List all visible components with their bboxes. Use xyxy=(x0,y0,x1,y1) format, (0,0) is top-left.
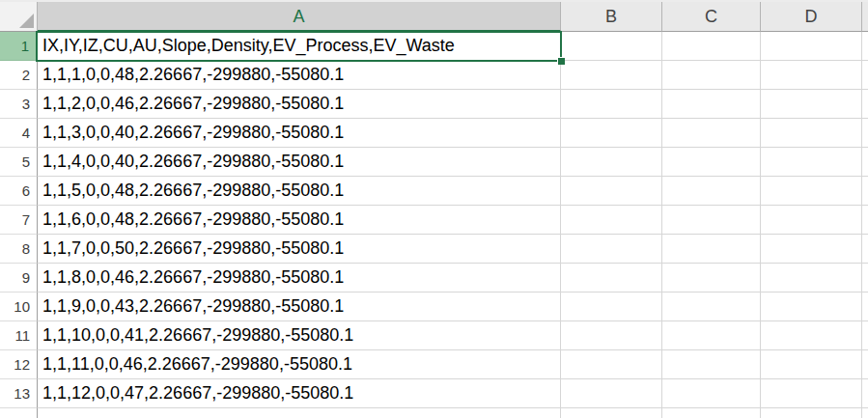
row-header[interactable]: 4 xyxy=(0,119,38,148)
cell-c[interactable] xyxy=(662,119,761,148)
cell-d[interactable] xyxy=(761,293,862,321)
cell-d[interactable] xyxy=(761,235,862,264)
cell-b[interactable] xyxy=(561,119,662,148)
cell-c[interactable] xyxy=(662,264,761,293)
cell-a[interactable]: 1,1,5,0,0,48,2.26667,-299880,-55080.1 xyxy=(38,177,561,206)
table-row: 7 1,1,6,0,0,48,2.26667,-299880,-55080.1 xyxy=(0,206,868,235)
cell-b[interactable] xyxy=(561,177,662,206)
cell-c[interactable] xyxy=(662,32,761,61)
cell-d[interactable] xyxy=(761,408,862,418)
table-row: 5 1,1,4,0,0,40,2.26667,-299880,-55080.1 xyxy=(0,148,868,177)
cell-d[interactable] xyxy=(761,264,862,293)
row-header[interactable]: 2 xyxy=(0,61,38,90)
cell-b[interactable] xyxy=(561,90,662,119)
cell-b[interactable] xyxy=(561,32,662,61)
cell-e[interactable] xyxy=(862,235,868,264)
cell-c[interactable] xyxy=(662,90,761,119)
cell-a[interactable]: 1,1,2,0,0,46,2.26667,-299880,-55080.1 xyxy=(38,90,561,119)
cell-a[interactable]: 1,1,3,0,0,40,2.26667,-299880,-55080.1 xyxy=(38,119,561,148)
cell-b[interactable] xyxy=(561,293,662,321)
cell-a[interactable]: 1,1,7,0,0,50,2.26667,-299880,-55080.1 xyxy=(38,235,561,264)
cell-a[interactable] xyxy=(38,408,561,418)
row-header[interactable]: 10 xyxy=(0,293,38,321)
cell-d[interactable] xyxy=(761,350,862,379)
cell-e[interactable] xyxy=(862,293,868,321)
cell-c[interactable] xyxy=(662,235,761,264)
cell-e[interactable] xyxy=(862,177,868,206)
cell-d[interactable] xyxy=(761,148,862,177)
row-header[interactable]: 3 xyxy=(0,90,38,119)
cell-a[interactable]: 1,1,1,0,0,48,2.26667,-299880,-55080.1 xyxy=(38,61,561,90)
cell-e[interactable] xyxy=(862,321,868,350)
cell-e[interactable] xyxy=(862,408,868,418)
cell-c[interactable] xyxy=(662,61,761,90)
cell-b[interactable] xyxy=(561,148,662,177)
cell-b[interactable] xyxy=(561,235,662,264)
cell-a[interactable]: 1,1,11,0,0,46,2.26667,-299880,-55080.1 xyxy=(38,350,561,379)
table-row: 11 1,1,10,0,0,41,2.26667,-299880,-55080.… xyxy=(0,321,868,350)
cell-c[interactable] xyxy=(662,177,761,206)
cell-b[interactable] xyxy=(561,321,662,350)
column-header-a[interactable]: A xyxy=(38,2,561,32)
column-header-c[interactable]: C xyxy=(662,2,761,32)
table-row: 2 1,1,1,0,0,48,2.26667,-299880,-55080.1 xyxy=(0,61,868,90)
cell-d[interactable] xyxy=(761,90,862,119)
cell-a[interactable]: 1,1,9,0,0,43,2.26667,-299880,-55080.1 xyxy=(38,293,561,321)
cell-b[interactable] xyxy=(561,264,662,293)
cell-a[interactable]: 1,1,10,0,0,41,2.26667,-299880,-55080.1 xyxy=(38,321,561,350)
cell-e[interactable] xyxy=(862,32,868,61)
cell-e[interactable] xyxy=(862,148,868,177)
select-all-button[interactable] xyxy=(0,2,38,32)
cell-b[interactable] xyxy=(561,61,662,90)
cell-c[interactable] xyxy=(662,408,761,418)
cell-d[interactable] xyxy=(761,177,862,206)
cell-e[interactable] xyxy=(862,264,868,293)
table-row: 4 1,1,3,0,0,40,2.26667,-299880,-55080.1 xyxy=(0,119,868,148)
cell-e[interactable] xyxy=(862,90,868,119)
fill-handle[interactable] xyxy=(557,57,565,65)
row-header[interactable]: 6 xyxy=(0,177,38,206)
cell-e[interactable] xyxy=(862,379,868,408)
cell-a[interactable]: IX,IY,IZ,CU,AU,Slope,Density,EV_Process,… xyxy=(38,32,561,61)
row-header[interactable]: 12 xyxy=(0,350,38,379)
cell-b[interactable] xyxy=(561,379,662,408)
row-header[interactable]: 8 xyxy=(0,235,38,264)
cell-d[interactable] xyxy=(761,32,862,61)
table-row: 12 1,1,11,0,0,46,2.26667,-299880,-55080.… xyxy=(0,350,868,379)
table-row: 13 1,1,12,0,0,47,2.26667,-299880,-55080.… xyxy=(0,379,868,408)
cell-c[interactable] xyxy=(662,321,761,350)
cell-c[interactable] xyxy=(662,148,761,177)
cell-e[interactable] xyxy=(862,61,868,90)
cell-a[interactable]: 1,1,12,0,0,47,2.26667,-299880,-55080.1 xyxy=(38,379,561,408)
cell-d[interactable] xyxy=(761,206,862,235)
cell-e[interactable] xyxy=(862,350,868,379)
row-header[interactable]: 7 xyxy=(0,206,38,235)
cell-e[interactable] xyxy=(862,206,868,235)
column-header-d[interactable]: D xyxy=(761,2,862,32)
cell-c[interactable] xyxy=(662,350,761,379)
column-header-b[interactable]: B xyxy=(561,2,662,32)
row-header[interactable]: 1 xyxy=(0,32,38,61)
cell-b[interactable] xyxy=(561,206,662,235)
cell-a[interactable]: 1,1,4,0,0,40,2.26667,-299880,-55080.1 xyxy=(38,148,561,177)
cell-b[interactable] xyxy=(561,350,662,379)
table-row: 3 1,1,2,0,0,46,2.26667,-299880,-55080.1 xyxy=(0,90,868,119)
row-header[interactable]: 9 xyxy=(0,264,38,293)
cell-a[interactable]: 1,1,8,0,0,46,2.26667,-299880,-55080.1 xyxy=(38,264,561,293)
row-header[interactable] xyxy=(0,408,38,418)
cell-c[interactable] xyxy=(662,206,761,235)
cell-d[interactable] xyxy=(761,61,862,90)
cell-c[interactable] xyxy=(662,379,761,408)
cell-d[interactable] xyxy=(761,119,862,148)
cell-a[interactable]: 1,1,6,0,0,48,2.26667,-299880,-55080.1 xyxy=(38,206,561,235)
cell-d[interactable] xyxy=(761,321,862,350)
cell-c[interactable] xyxy=(662,293,761,321)
cell-e[interactable] xyxy=(862,119,868,148)
row-header[interactable]: 13 xyxy=(0,379,38,408)
cell-d[interactable] xyxy=(761,379,862,408)
table-row: 9 1,1,8,0,0,46,2.26667,-299880,-55080.1 xyxy=(0,264,868,293)
row-header[interactable]: 11 xyxy=(0,321,38,350)
column-header-row: A B C D xyxy=(0,2,868,32)
cell-b[interactable] xyxy=(561,408,662,418)
row-header[interactable]: 5 xyxy=(0,148,38,177)
